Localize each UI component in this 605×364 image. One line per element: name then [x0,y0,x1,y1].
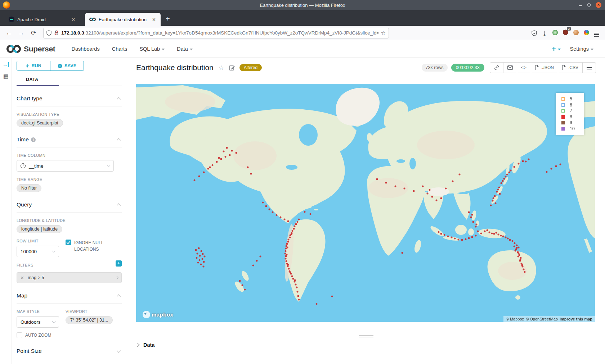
earthquake-point [229,154,231,156]
maximize-button[interactable] [587,3,591,8]
earthquake-point [310,213,312,215]
data-panel-toggle[interactable]: Data [136,342,154,348]
view-query-button[interactable]: <> [517,62,531,73]
time-range-pill[interactable]: No filter [17,184,41,192]
forward-icon[interactable]: → [16,29,27,37]
earthquake-point [551,168,552,170]
earthquake-point [199,255,201,257]
downloads-icon[interactable]: ⭳ [542,30,547,36]
viewport-pill[interactable]: 7° 35' 54.02" | 31... [66,316,113,324]
section-header[interactable]: Chart type [17,95,122,106]
earthquake-point [499,193,501,195]
tab-earthquake-distribution[interactable]: Earthquake distribution ✕ [85,13,161,26]
deckgl-map[interactable]: 5 6 7 8 9 10 mapbox © Mapbox © OpenStree… [136,84,595,322]
nav-data[interactable]: Data [177,46,193,52]
add-filter-button[interactable]: + [116,260,122,267]
back-icon[interactable]: ← [4,29,14,37]
tab-apache-druid[interactable]: Apache Druid ✕ [4,13,80,26]
extension-green-icon[interactable] [552,30,558,36]
tab-data[interactable]: DATA [26,77,38,82]
adblock-icon[interactable]: 2 [563,29,568,36]
panel-drag-handle[interactable] [359,334,373,338]
chevron-up-icon [117,97,121,101]
export-csv-button[interactable]: .CSV [558,62,583,73]
tab-close-icon[interactable]: ✕ [70,17,76,22]
auto-zoom-checkbox-row[interactable]: AUTO ZOOM [17,332,122,338]
map-style-select[interactable]: Outdoors [17,316,59,328]
remove-filter-icon[interactable]: ✕ [20,275,24,281]
pocket-icon[interactable] [532,30,537,36]
export-json-button[interactable]: .JSON [531,62,558,73]
row-limit-select[interactable]: 100000 [17,246,59,257]
superset-logo[interactable]: Superset [6,44,55,54]
altered-badge: Altered [239,64,262,71]
shield-icon[interactable] [46,30,51,36]
url-bar[interactable]: 172.18.0.3:32108/superset/explore/?form_… [43,28,389,38]
new-tab-button[interactable]: + [166,15,170,23]
ignore-null-checkbox-row[interactable]: IGNORE NULL LOCATIONS [66,240,120,252]
time-column-select[interactable]: __time [17,160,114,172]
tab-close-icon[interactable]: ✕ [151,17,157,22]
run-button[interactable]: RUN [17,61,50,70]
earthquake-point [472,221,474,223]
earthquake-point [509,239,511,241]
settings-menu[interactable]: Settings [570,46,593,52]
reload-icon[interactable]: ⟳ [28,29,39,37]
filter-pill[interactable]: ✕ mag > 5 [17,272,122,283]
mapbox-logo[interactable]: mapbox [143,311,174,318]
minimize-button[interactable] [579,4,582,6]
earthquake-point [252,265,254,267]
menu-icon[interactable] [594,30,599,36]
earthquake-point [286,254,288,256]
checkbox-checked-icon[interactable] [66,240,71,245]
earthquake-point [524,271,526,273]
save-button[interactable]: SAVE [50,61,84,70]
clock-icon [21,163,26,168]
hamburger-icon [587,67,592,68]
earthquake-point [284,219,286,220]
viz-type-pill[interactable]: deck.gl Scatterplot [17,119,63,127]
left-icon-rail: →| ▦ [0,58,12,364]
nav-charts[interactable]: Charts [112,46,127,52]
bookmark-star-icon[interactable]: ☆ [381,30,386,36]
close-button[interactable]: × [596,2,601,8]
earthquake-point [486,229,488,231]
section-header[interactable]: Map [17,292,122,304]
earthquake-point [286,260,287,262]
attribution-improve-link[interactable]: Improve this map [560,317,592,321]
edit-icon[interactable] [229,65,235,71]
url-text: 172.18.0.3:32108/superset/explore/?form_… [61,30,378,36]
insecure-lock-icon[interactable] [54,30,59,36]
row-limit-label: ROW LIMIT [17,239,59,243]
nav-dashboards[interactable]: Dashboards [71,46,99,52]
checkbox-unchecked-icon[interactable] [17,332,22,338]
attribution-mapbox[interactable]: © Mapbox [506,317,524,321]
earthquake-point [427,192,429,194]
profile-icon[interactable] [573,30,579,36]
earthquake-point [256,260,258,262]
email-button[interactable] [503,62,517,73]
earthquake-point [196,257,198,259]
dataset-grid-icon[interactable]: ▦ [3,73,8,79]
legend-swatch [561,121,565,124]
attribution-osm[interactable]: © OpenStreetMap [526,317,558,321]
section-header[interactable]: Timei [17,136,122,147]
extension-pinwheel-icon[interactable] [584,30,589,36]
earthquake-point [484,231,486,232]
add-new-button[interactable]: + [552,45,561,53]
chevron-down-icon [52,249,56,253]
earthquake-point [216,161,218,163]
section-header[interactable]: Query [17,201,122,213]
lonlat-pill[interactable]: longitude | latitude [17,225,62,233]
chart-menu-button[interactable] [582,62,596,73]
nav-sql-lab[interactable]: SQL Lab [139,46,165,52]
favorite-star-icon[interactable]: ☆ [219,64,224,72]
earthquake-point [260,256,261,258]
earthquake-point [512,240,514,242]
earthquake-point [445,188,447,190]
collapse-panel-icon[interactable]: →| [3,62,9,67]
copy-link-button[interactable] [490,62,503,73]
earthquake-point [285,258,287,260]
section-header[interactable]: Point Size [17,348,122,359]
earthquake-point [195,249,197,251]
